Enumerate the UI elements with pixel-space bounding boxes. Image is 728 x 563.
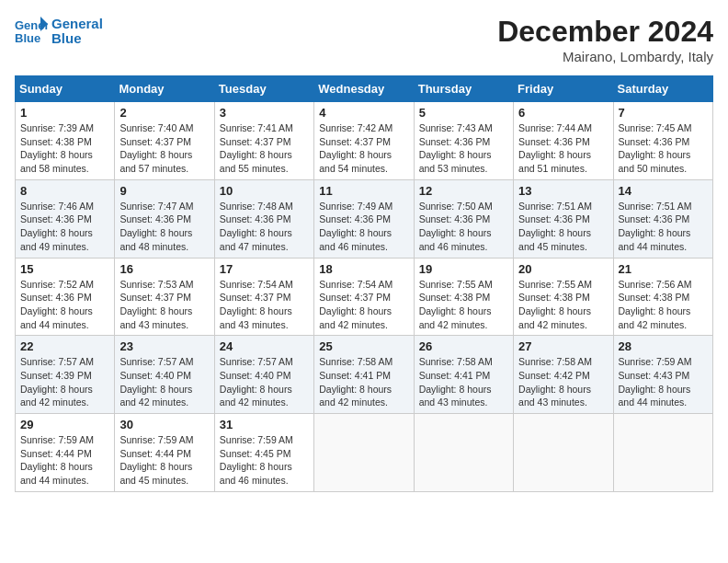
calendar-cell: 11Sunrise: 7:49 AM Sunset: 4:36 PM Dayli… (314, 179, 414, 258)
calendar-table: SundayMondayTuesdayWednesdayThursdayFrid… (15, 75, 713, 492)
calendar-cell: 28Sunrise: 7:59 AM Sunset: 4:43 PM Dayli… (613, 336, 712, 414)
day-number: 3 (220, 106, 309, 120)
day-number: 1 (20, 106, 109, 120)
day-info: Sunrise: 7:41 AM Sunset: 4:37 PM Dayligh… (220, 121, 309, 176)
weekday-header-saturday: Saturday (613, 76, 712, 102)
day-info: Sunrise: 7:44 AM Sunset: 4:36 PM Dayligh… (518, 121, 608, 176)
day-number: 17 (220, 262, 309, 276)
day-info: Sunrise: 7:58 AM Sunset: 4:41 PM Dayligh… (419, 355, 508, 409)
week-row-1: 1Sunrise: 7:39 AM Sunset: 4:38 PM Daylig… (16, 102, 713, 180)
location: Mairano, Lombardy, Italy (497, 49, 713, 64)
calendar-cell (613, 414, 712, 492)
weekday-header-tuesday: Tuesday (214, 76, 313, 102)
day-number: 25 (319, 339, 408, 353)
day-number: 22 (20, 339, 109, 353)
day-number: 9 (119, 184, 209, 198)
day-number: 12 (419, 184, 508, 198)
calendar-cell: 12Sunrise: 7:50 AM Sunset: 4:36 PM Dayli… (414, 179, 513, 258)
logo-text: General (51, 17, 103, 32)
day-number: 8 (20, 184, 109, 198)
day-info: Sunrise: 7:58 AM Sunset: 4:42 PM Dayligh… (518, 355, 608, 409)
calendar-cell: 13Sunrise: 7:51 AM Sunset: 4:36 PM Dayli… (514, 179, 613, 258)
calendar-cell: 15Sunrise: 7:52 AM Sunset: 4:36 PM Dayli… (16, 258, 115, 336)
day-info: Sunrise: 7:59 AM Sunset: 4:43 PM Dayligh… (619, 355, 708, 409)
calendar-cell: 4Sunrise: 7:42 AM Sunset: 4:37 PM Daylig… (314, 102, 414, 180)
day-number: 30 (119, 418, 209, 431)
week-row-3: 15Sunrise: 7:52 AM Sunset: 4:36 PM Dayli… (16, 258, 713, 336)
calendar-cell: 10Sunrise: 7:48 AM Sunset: 4:36 PM Dayli… (214, 179, 313, 258)
title-area: December 2024 Mairano, Lombardy, Italy (497, 15, 713, 64)
day-info: Sunrise: 7:55 AM Sunset: 4:38 PM Dayligh… (518, 278, 608, 332)
day-info: Sunrise: 7:59 AM Sunset: 4:45 PM Dayligh… (220, 433, 309, 488)
calendar-cell: 19Sunrise: 7:55 AM Sunset: 4:38 PM Dayli… (414, 258, 513, 336)
calendar-cell: 8Sunrise: 7:46 AM Sunset: 4:36 PM Daylig… (16, 179, 115, 258)
day-info: Sunrise: 7:57 AM Sunset: 4:40 PM Dayligh… (119, 355, 209, 409)
day-number: 6 (518, 106, 608, 120)
day-number: 15 (20, 262, 109, 276)
day-info: Sunrise: 7:57 AM Sunset: 4:39 PM Dayligh… (20, 355, 109, 409)
day-number: 20 (518, 262, 608, 276)
day-info: Sunrise: 7:50 AM Sunset: 4:36 PM Dayligh… (419, 200, 508, 254)
calendar-cell: 23Sunrise: 7:57 AM Sunset: 4:40 PM Dayli… (115, 336, 214, 414)
calendar-cell: 21Sunrise: 7:56 AM Sunset: 4:38 PM Dayli… (613, 258, 712, 336)
day-info: Sunrise: 7:48 AM Sunset: 4:36 PM Dayligh… (220, 200, 309, 254)
weekday-header-row: SundayMondayTuesdayWednesdayThursdayFrid… (16, 76, 713, 102)
calendar-cell: 6Sunrise: 7:44 AM Sunset: 4:36 PM Daylig… (514, 102, 613, 180)
day-number: 10 (220, 184, 309, 198)
svg-text:Blue: Blue (15, 31, 40, 45)
logo-icon: General Blue (15, 15, 48, 48)
calendar-cell: 2Sunrise: 7:40 AM Sunset: 4:37 PM Daylig… (115, 102, 214, 180)
calendar-cell (414, 414, 513, 492)
day-number: 19 (419, 262, 508, 276)
calendar-cell (314, 414, 414, 492)
calendar-cell: 14Sunrise: 7:51 AM Sunset: 4:36 PM Dayli… (613, 179, 712, 258)
day-number: 23 (119, 339, 209, 353)
week-row-5: 29Sunrise: 7:59 AM Sunset: 4:44 PM Dayli… (16, 414, 713, 492)
logo-text2: Blue (51, 31, 103, 47)
week-row-4: 22Sunrise: 7:57 AM Sunset: 4:39 PM Dayli… (16, 336, 713, 414)
day-info: Sunrise: 7:58 AM Sunset: 4:41 PM Dayligh… (319, 355, 408, 409)
day-info: Sunrise: 7:42 AM Sunset: 4:37 PM Dayligh… (319, 121, 408, 176)
day-info: Sunrise: 7:51 AM Sunset: 4:36 PM Dayligh… (518, 200, 608, 254)
calendar-cell: 29Sunrise: 7:59 AM Sunset: 4:44 PM Dayli… (16, 414, 115, 492)
calendar-cell: 22Sunrise: 7:57 AM Sunset: 4:39 PM Dayli… (16, 336, 115, 414)
day-number: 11 (319, 184, 408, 198)
weekday-header-wednesday: Wednesday (314, 76, 414, 102)
day-info: Sunrise: 7:53 AM Sunset: 4:37 PM Dayligh… (119, 278, 209, 332)
month-title: December 2024 (497, 15, 713, 49)
calendar-cell: 26Sunrise: 7:58 AM Sunset: 4:41 PM Dayli… (414, 336, 513, 414)
day-number: 14 (619, 184, 708, 198)
day-info: Sunrise: 7:49 AM Sunset: 4:36 PM Dayligh… (319, 200, 408, 254)
day-number: 31 (220, 418, 309, 431)
calendar-cell: 31Sunrise: 7:59 AM Sunset: 4:45 PM Dayli… (214, 414, 313, 492)
calendar-cell: 7Sunrise: 7:45 AM Sunset: 4:36 PM Daylig… (613, 102, 712, 180)
weekday-header-sunday: Sunday (16, 76, 115, 102)
day-info: Sunrise: 7:57 AM Sunset: 4:40 PM Dayligh… (220, 355, 309, 409)
calendar-cell: 9Sunrise: 7:47 AM Sunset: 4:36 PM Daylig… (115, 179, 214, 258)
day-number: 24 (220, 339, 309, 353)
day-info: Sunrise: 7:46 AM Sunset: 4:36 PM Dayligh… (20, 200, 109, 254)
day-number: 4 (319, 106, 408, 120)
weekday-header-thursday: Thursday (414, 76, 513, 102)
day-info: Sunrise: 7:51 AM Sunset: 4:36 PM Dayligh… (619, 200, 708, 254)
day-info: Sunrise: 7:54 AM Sunset: 4:37 PM Dayligh… (220, 278, 309, 332)
calendar-cell: 1Sunrise: 7:39 AM Sunset: 4:38 PM Daylig… (16, 102, 115, 180)
calendar-cell: 16Sunrise: 7:53 AM Sunset: 4:37 PM Dayli… (115, 258, 214, 336)
calendar-cell (514, 414, 613, 492)
day-number: 5 (419, 106, 508, 120)
calendar-cell: 24Sunrise: 7:57 AM Sunset: 4:40 PM Dayli… (214, 336, 313, 414)
day-info: Sunrise: 7:54 AM Sunset: 4:37 PM Dayligh… (319, 278, 408, 332)
calendar-cell: 5Sunrise: 7:43 AM Sunset: 4:36 PM Daylig… (414, 102, 513, 180)
day-number: 27 (518, 339, 608, 353)
calendar-cell: 3Sunrise: 7:41 AM Sunset: 4:37 PM Daylig… (214, 102, 313, 180)
week-row-2: 8Sunrise: 7:46 AM Sunset: 4:36 PM Daylig… (16, 179, 713, 258)
day-number: 28 (619, 339, 708, 353)
calendar-cell: 30Sunrise: 7:59 AM Sunset: 4:44 PM Dayli… (115, 414, 214, 492)
day-info: Sunrise: 7:59 AM Sunset: 4:44 PM Dayligh… (20, 433, 109, 488)
calendar-cell: 25Sunrise: 7:58 AM Sunset: 4:41 PM Dayli… (314, 336, 414, 414)
weekday-header-friday: Friday (514, 76, 613, 102)
weekday-header-monday: Monday (115, 76, 214, 102)
day-number: 21 (619, 262, 708, 276)
day-info: Sunrise: 7:43 AM Sunset: 4:36 PM Dayligh… (419, 121, 508, 176)
day-info: Sunrise: 7:52 AM Sunset: 4:36 PM Dayligh… (20, 278, 109, 332)
